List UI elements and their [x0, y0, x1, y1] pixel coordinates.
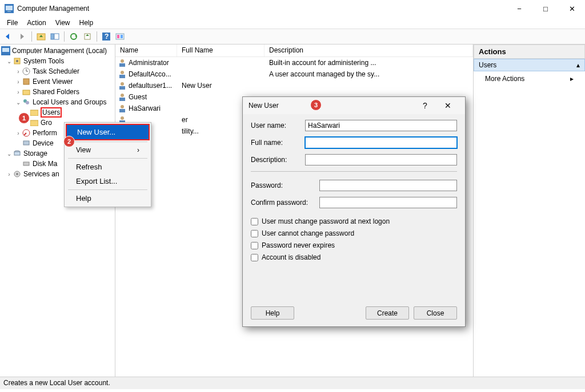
dialog-titlebar[interactable]: New User ? ✕: [243, 97, 465, 114]
menu-action[interactable]: Action: [22, 18, 50, 28]
svg-rect-30: [30, 120, 38, 126]
user-row[interactable]: defaultuser1...New User: [115, 80, 473, 91]
fullname-input[interactable]: [305, 137, 457, 148]
export-button[interactable]: [81, 30, 94, 43]
refresh-button[interactable]: [67, 30, 80, 43]
svg-marker-4: [21, 34, 24, 39]
svg-rect-44: [119, 86, 125, 90]
username-label: User name:: [251, 122, 305, 130]
minimize-button[interactable]: −: [506, 0, 532, 17]
forward-button[interactable]: [16, 30, 29, 43]
col-fullname[interactable]: Full Name: [177, 45, 265, 56]
annotation-badge-2: 2: [63, 136, 75, 147]
actions-header: Actions: [474, 45, 585, 59]
performance-icon: [22, 128, 31, 138]
back-button[interactable]: [2, 30, 15, 43]
properties-button[interactable]: [114, 30, 126, 43]
chk-disabled[interactable]: [251, 254, 258, 261]
tree-users[interactable]: Users: [0, 107, 115, 118]
ctx-export[interactable]: Export List...: [66, 174, 150, 188]
chk-never-expires[interactable]: [251, 242, 258, 249]
window-title: Computer Management: [17, 5, 89, 13]
dialog-close-button[interactable]: ✕: [436, 101, 459, 110]
chevron-right-icon: ▸: [570, 75, 574, 83]
tree-shared-folders[interactable]: ›Shared Folders: [0, 87, 115, 97]
folder-icon: [30, 118, 39, 127]
tree-local-users-groups[interactable]: ⌄Local Users and Groups: [0, 97, 115, 107]
actions-users[interactable]: Users▴: [474, 59, 585, 71]
tree-root[interactable]: Computer Management (Local): [0, 46, 115, 56]
eventlog-icon: [22, 77, 31, 86]
description-label: Description:: [251, 156, 305, 164]
chk-cannot-change[interactable]: [251, 230, 258, 237]
list-header: Name Full Name Description: [115, 45, 473, 57]
tree-task-scheduler[interactable]: ›Task Scheduler: [0, 66, 115, 76]
svg-point-38: [16, 173, 18, 175]
ctx-new-user[interactable]: New User...: [66, 124, 150, 140]
username-input[interactable]: [305, 120, 457, 131]
tools-icon: [13, 56, 22, 66]
help-icon[interactable]: ?: [100, 30, 113, 43]
svg-point-28: [26, 101, 29, 104]
svg-text:?: ?: [105, 33, 109, 41]
svg-rect-1: [6, 6, 13, 10]
collapse-icon: ▴: [576, 61, 580, 69]
user-row[interactable]: AdministratorBuilt-in account for admini…: [115, 57, 473, 68]
context-menu: New User... View› Refresh Export List...…: [64, 122, 151, 207]
svg-rect-25: [23, 79, 29, 84]
titlebar: Computer Management − □ ✕: [0, 0, 585, 17]
password-label: Password:: [251, 181, 319, 189]
tree-pane[interactable]: Computer Management (Local) ⌄System Tool…: [0, 45, 115, 377]
description-input[interactable]: [305, 154, 457, 165]
confirm-password-input[interactable]: [319, 197, 457, 208]
svg-rect-7: [51, 34, 54, 39]
dialog-close-btn[interactable]: Close: [414, 306, 457, 320]
svg-point-49: [121, 116, 124, 120]
svg-rect-17: [121, 35, 123, 38]
svg-marker-3: [6, 34, 9, 39]
svg-rect-2: [7, 11, 11, 12]
svg-rect-8: [54, 34, 59, 39]
menu-view[interactable]: View: [51, 18, 75, 28]
svg-point-47: [121, 105, 124, 108]
chevron-right-icon: ›: [137, 146, 139, 154]
dialog-create-btn[interactable]: Create: [366, 306, 409, 320]
actions-more[interactable]: More Actions▸: [474, 71, 585, 86]
close-button[interactable]: ✕: [559, 0, 585, 17]
device-icon: [22, 139, 31, 148]
shared-folder-icon: [22, 87, 31, 96]
col-description[interactable]: Description: [265, 45, 473, 56]
menu-file[interactable]: File: [2, 18, 22, 28]
svg-rect-16: [117, 35, 119, 38]
svg-rect-19: [2, 48, 9, 52]
show-hide-button[interactable]: [49, 30, 61, 43]
tree-root-label: Computer Management (Local): [12, 47, 107, 55]
ctx-refresh[interactable]: Refresh: [66, 160, 150, 174]
disk-icon: [22, 159, 31, 168]
svg-rect-26: [23, 90, 30, 95]
ctx-view[interactable]: View›: [66, 143, 150, 157]
maximize-button[interactable]: □: [532, 0, 559, 17]
user-row[interactable]: DefaultAcco...A user account managed by …: [115, 68, 473, 80]
confirm-password-label: Confirm password:: [251, 199, 319, 207]
user-icon: [118, 70, 127, 79]
svg-point-41: [121, 71, 124, 74]
col-name[interactable]: Name: [115, 45, 177, 56]
dialog-title: New User: [249, 102, 279, 110]
svg-point-21: [16, 60, 18, 62]
password-input[interactable]: [319, 180, 457, 191]
up-button[interactable]: [35, 30, 47, 43]
menu-help[interactable]: Help: [75, 18, 98, 28]
svg-point-39: [121, 59, 124, 63]
chk-must-change[interactable]: [251, 218, 258, 225]
dialog-help-btn[interactable]: Help: [251, 306, 294, 320]
toolbar: ?: [0, 29, 585, 45]
dialog-help-button[interactable]: ?: [414, 101, 436, 110]
folder-icon: [30, 108, 39, 117]
tree-system-tools[interactable]: ⌄System Tools: [0, 56, 115, 66]
user-icon: [118, 104, 127, 113]
ctx-help[interactable]: Help: [66, 191, 150, 205]
tree-event-viewer[interactable]: ›Event Viewer: [0, 76, 115, 87]
user-icon: [118, 81, 127, 90]
computer-icon: [1, 46, 10, 55]
